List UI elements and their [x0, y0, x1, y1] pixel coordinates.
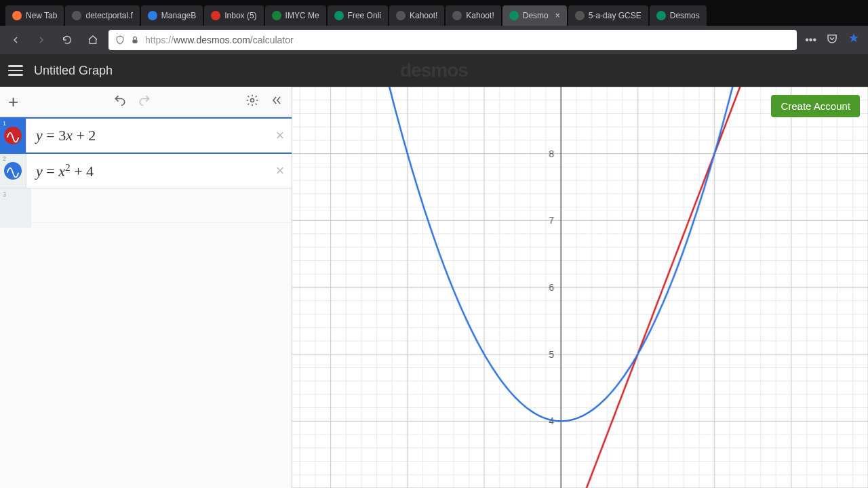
tab-label: Kahoot! — [410, 11, 437, 20]
svg-point-1 — [251, 99, 254, 102]
desmos-app: Untitled Graph desmos + 1y = 3x + 2×2y =… — [0, 54, 868, 488]
browser-tab[interactable]: IMYC Me — [265, 5, 326, 26]
url-text: https://www.desmos.com/calculator — [145, 35, 294, 45]
back-button[interactable] — [5, 30, 26, 50]
wave-icon — [4, 162, 22, 180]
bookmark-star-icon[interactable] — [845, 30, 863, 50]
reload-button[interactable] — [57, 30, 77, 50]
svg-rect-0 — [133, 39, 138, 43]
favicon — [656, 11, 666, 20]
settings-icon[interactable] — [245, 94, 259, 110]
expression-index[interactable]: 2 — [0, 154, 26, 188]
expression-row[interactable]: 1y = 3x + 2× — [0, 117, 292, 154]
home-button[interactable] — [83, 30, 103, 50]
app-header: Untitled Graph desmos — [0, 54, 868, 87]
browser-tab[interactable]: New Tab — [5, 5, 64, 26]
browser-nav-bar: https://www.desmos.com/calculator ••• — [0, 26, 868, 54]
browser-tab[interactable]: 5-a-day GCSE — [568, 5, 648, 26]
expression-toolbar: + — [0, 87, 292, 117]
favicon — [509, 11, 519, 20]
tab-label: 5-a-day GCSE — [589, 11, 642, 20]
lock-icon — [130, 35, 140, 45]
tab-label: ManageB — [161, 11, 196, 20]
menu-icon[interactable] — [8, 62, 23, 79]
add-expression-button[interactable]: + — [8, 92, 18, 113]
create-account-button[interactable]: Create Account — [771, 95, 860, 117]
tab-label: detectportal.f — [85, 11, 132, 20]
browser-tab[interactable]: Free Onli — [328, 5, 388, 26]
wave-icon — [4, 127, 22, 144]
delete-expression-icon[interactable]: × — [269, 127, 292, 144]
expression-list: 1y = 3x + 2×2y = x2 + 4×3 — [0, 117, 292, 488]
url-bar[interactable]: https://www.desmos.com/calculator — [108, 30, 797, 50]
browser-tab[interactable]: Kahoot! — [446, 5, 500, 26]
expression-formula[interactable]: y = x2 + 4 — [26, 161, 269, 180]
toolbar-right-icons: ••• — [802, 30, 863, 50]
favicon — [452, 11, 462, 20]
tab-label: Desmo — [523, 11, 549, 20]
more-icon[interactable]: ••• — [802, 31, 819, 49]
browser-tab[interactable]: ManageB — [141, 5, 203, 26]
favicon — [396, 11, 406, 20]
favicon — [72, 11, 81, 20]
redo-button[interactable] — [138, 94, 151, 110]
pocket-icon[interactable] — [823, 30, 841, 50]
graph-title[interactable]: Untitled Graph — [34, 64, 113, 78]
favicon — [211, 11, 220, 20]
browser-tab[interactable]: Inbox (5) — [204, 5, 263, 26]
browser-tab[interactable]: Kahoot! — [389, 5, 444, 26]
forward-button[interactable] — [31, 30, 52, 50]
shield-icon — [115, 35, 125, 45]
tab-label: IMYC Me — [285, 11, 319, 20]
browser-tab[interactable]: Desmos — [650, 5, 707, 26]
tab-label: Desmos — [670, 11, 700, 20]
browser-tab-strip: New Tabdetectportal.fManageBInbox (5)IMY… — [0, 0, 868, 26]
favicon — [272, 11, 281, 20]
expression-formula[interactable]: y = 3x + 2 — [26, 127, 269, 144]
favicon — [12, 11, 22, 20]
favicon — [334, 11, 344, 20]
graph-canvas-area[interactable]: Create Account — [292, 87, 868, 488]
collapse-panel-icon[interactable] — [270, 94, 283, 110]
desmos-logo: desmos — [400, 60, 468, 81]
tab-label: Inbox (5) — [224, 11, 256, 20]
browser-tab[interactable]: Desmo× — [502, 5, 567, 26]
tab-label: Free Onli — [348, 11, 381, 20]
expression-row[interactable]: 2y = x2 + 4× — [0, 154, 292, 188]
tab-label: Kahoot! — [466, 11, 494, 20]
close-tab-icon[interactable]: × — [555, 11, 560, 20]
expression-index[interactable]: 1 — [0, 119, 26, 152]
delete-expression-icon[interactable]: × — [269, 162, 292, 180]
expression-panel: + 1y = 3x + 2×2y = x2 + 4×3 — [0, 87, 292, 488]
tab-label: New Tab — [26, 11, 57, 20]
browser-tab[interactable]: detectportal.f — [65, 5, 139, 26]
expression-row-empty[interactable]: 3 — [0, 188, 292, 223]
favicon — [575, 11, 585, 20]
favicon — [148, 11, 157, 20]
undo-button[interactable] — [113, 94, 127, 110]
